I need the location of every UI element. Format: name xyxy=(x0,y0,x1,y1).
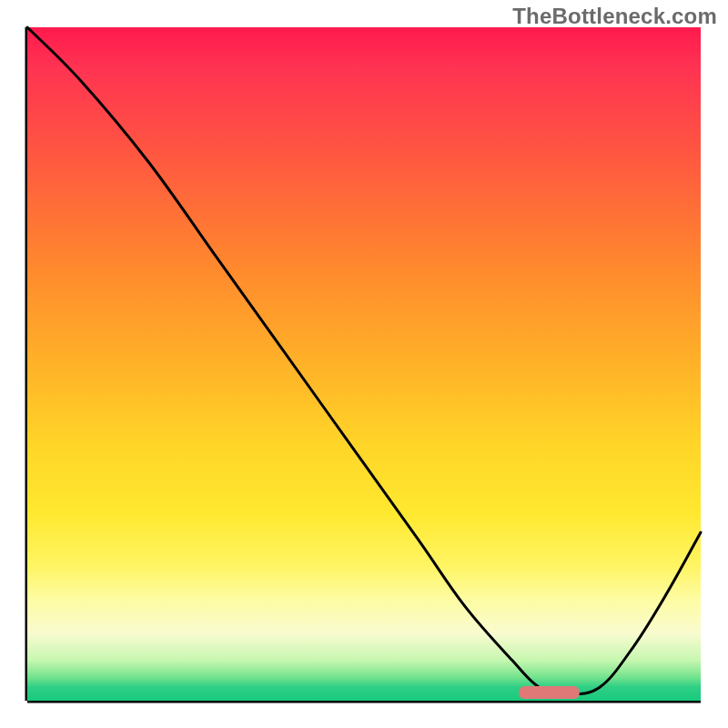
curve-layer xyxy=(27,27,701,701)
chart-frame: TheBottleneck.com xyxy=(0,0,728,728)
plot-area xyxy=(27,27,701,701)
optimal-range-marker xyxy=(519,686,580,699)
bottleneck-curve xyxy=(27,27,701,694)
watermark-text: TheBottleneck.com xyxy=(512,4,717,29)
